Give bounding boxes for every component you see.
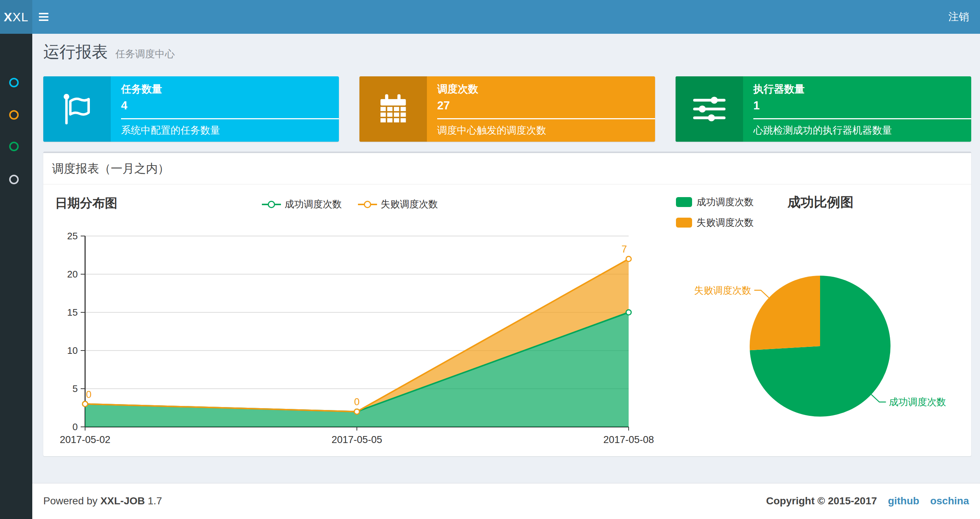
sidebar-item-dashboard-icon[interactable] [9, 78, 19, 87]
sidebar-item-joblog-icon[interactable] [9, 142, 19, 151]
hamburger-icon [39, 13, 48, 14]
app-root: XXL 注销 运行报表 任务调度中心 [0, 0, 980, 519]
sidebar-item-jobinfo-icon[interactable] [9, 110, 19, 120]
oschina-link[interactable]: oschina [930, 495, 969, 506]
card-title: 执行器数量 [753, 82, 971, 96]
sliders-icon [676, 76, 743, 142]
page-title: 运行报表 [43, 41, 108, 63]
legend-label: 失败调度次数 [381, 198, 438, 211]
sidebar [0, 34, 32, 519]
card-executor-count: 执行器数量 1 心跳检测成功的执行器机器数量 [676, 76, 971, 142]
card-title: 任务数量 [121, 82, 339, 96]
card-value: 27 [437, 99, 655, 112]
github-link[interactable]: github [888, 495, 920, 506]
calendar-icon [360, 76, 427, 142]
success-ratio-pie-chart: 成功调度次数失败调度次数 [670, 229, 971, 456]
svg-text:15: 15 [67, 307, 78, 318]
svg-text:5: 5 [73, 383, 78, 394]
card-trigger-count: 调度次数 27 调度中心触发的调度次数 [360, 76, 655, 142]
card-divider [437, 118, 655, 119]
powered-by: Powered by XXL-JOB 1.7 [43, 495, 162, 507]
flag-icon [43, 76, 111, 142]
logo-rest: XL [13, 10, 29, 24]
line-chart-legend: 成功调度次数 失败调度次数 [43, 198, 657, 211]
brand-name: XXL-JOB [100, 495, 145, 506]
svg-text:2017-05-08: 2017-05-08 [603, 434, 654, 445]
card-description: 心跳检测成功的执行器机器数量 [753, 124, 971, 137]
card-title: 调度次数 [437, 82, 655, 96]
pie-chart-section: 成功比例图 成功调度次数 失败调度次数 成功调度次数失败调度次数 [670, 185, 971, 456]
legend-swatch [676, 218, 692, 228]
svg-text:0: 0 [86, 389, 91, 400]
svg-text:2017-05-05: 2017-05-05 [332, 434, 382, 445]
version: 1.7 [148, 495, 162, 506]
logout-link[interactable]: 注销 [937, 0, 980, 34]
svg-text:0: 0 [354, 396, 360, 407]
svg-text:失败调度次数: 失败调度次数 [694, 285, 751, 296]
svg-text:成功调度次数: 成功调度次数 [889, 396, 946, 407]
sidebar-toggle-button[interactable] [32, 0, 55, 34]
svg-text:2017-05-02: 2017-05-02 [60, 434, 110, 445]
copyright-text: Copyright © 2015-2017 [766, 495, 877, 506]
svg-text:25: 25 [67, 230, 78, 241]
svg-text:0: 0 [73, 422, 78, 433]
svg-text:7: 7 [621, 244, 627, 255]
card-value: 4 [121, 99, 339, 112]
svg-text:20: 20 [67, 269, 78, 280]
legend-label: 成功调度次数 [697, 196, 754, 209]
app-logo[interactable]: XXL [0, 0, 32, 34]
legend-item-fail[interactable]: 失败调度次数 [676, 216, 754, 229]
page-header: 运行报表 任务调度中心 [43, 41, 175, 63]
svg-text:10: 10 [67, 345, 78, 356]
page-subtitle: 任务调度中心 [115, 47, 175, 61]
hamburger-icon [39, 19, 48, 21]
card-divider [121, 118, 339, 119]
sidebar-item-help-icon[interactable] [9, 175, 19, 184]
hamburger-icon [39, 16, 48, 18]
schedule-report-panel: 调度报表（一月之内） 日期分布图 成功调度次数 失败调度次数 051015202… [43, 152, 971, 456]
logo-bold-letter: X [4, 10, 13, 24]
main-footer: Powered by XXL-JOB 1.7 Copyright © 2015-… [32, 483, 980, 519]
legend-item-fail[interactable]: 失败调度次数 [358, 198, 438, 211]
card-value: 1 [753, 99, 971, 112]
panel-title: 调度报表（一月之内） [43, 153, 971, 185]
legend-item-success[interactable]: 成功调度次数 [676, 196, 754, 209]
date-distribution-chart: 05101520252017-05-022017-05-052017-05-08… [43, 214, 674, 449]
legend-label: 成功调度次数 [285, 198, 342, 211]
card-description: 系统中配置的任务数量 [121, 124, 339, 137]
legend-item-success[interactable]: 成功调度次数 [262, 198, 342, 211]
legend-swatch [676, 197, 692, 207]
top-navbar: XXL 注销 [0, 0, 980, 34]
line-marker-icon [358, 200, 377, 209]
legend-label: 失败调度次数 [697, 216, 754, 229]
card-job-count: 任务数量 4 系统中配置的任务数量 [43, 76, 339, 142]
line-marker-icon [262, 200, 281, 209]
card-description: 调度中心触发的调度次数 [437, 124, 655, 137]
stat-cards-row: 任务数量 4 系统中配置的任务数量 调度次数 27 [43, 76, 971, 142]
card-divider [753, 118, 971, 119]
